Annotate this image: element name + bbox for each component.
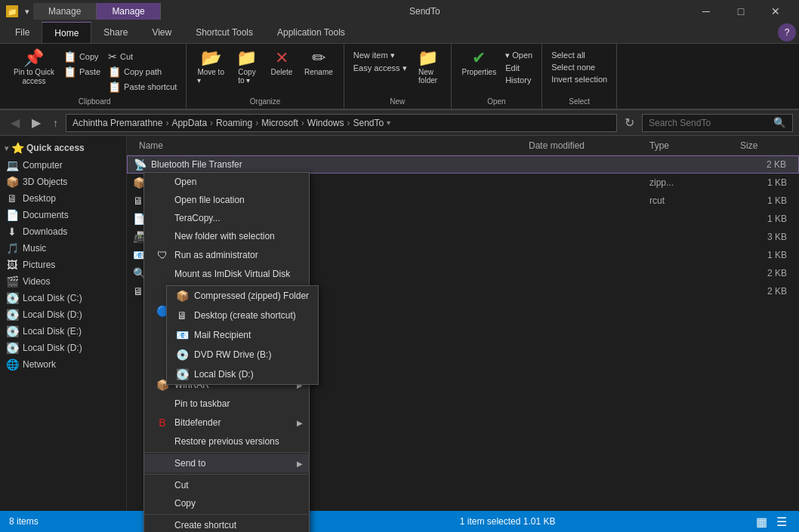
delete-btn[interactable]: ✕ Delete: [265, 47, 298, 79]
ctx-run-as-admin[interactable]: 🛡 Run as administrator: [144, 245, 309, 265]
new-folder-btn[interactable]: 📁 Newfolder: [412, 47, 445, 88]
copy-path-btn[interactable]: 📋 Copy path: [105, 65, 180, 78]
ctx-new-folder-selection[interactable]: New folder with selection: [144, 227, 309, 245]
ctx-bitdefender[interactable]: B Bitdefender: [144, 413, 309, 432]
move-to-label: Move to▾: [197, 68, 224, 85]
table-row[interactable]: 📡 Bluetooth File Transfer 2 KB: [127, 155, 799, 174]
qat-btn-1[interactable]: ▾: [21, 5, 33, 18]
paste-btn[interactable]: 📋 Paste: [60, 65, 103, 78]
sidebar-item-3dobjects[interactable]: 📦 3D Objects: [0, 174, 126, 190]
select-none-btn[interactable]: Select none: [548, 62, 610, 72]
tab-application-tools[interactable]: Application Tools: [265, 22, 357, 43]
tab-share[interactable]: Share: [91, 22, 140, 43]
breadcrumb[interactable]: Achintha Premarathne › AppData › Roaming…: [66, 114, 617, 132]
bc-sendto[interactable]: SendTo: [353, 118, 384, 128]
copy-to-btn[interactable]: 📁 Copyto ▾: [230, 47, 264, 88]
tab-manage-1[interactable]: Manage: [33, 3, 97, 20]
search-submit-btn[interactable]: 🔍: [773, 117, 786, 128]
ctx-open-file-location[interactable]: Open file location: [144, 191, 309, 209]
help-button[interactable]: ?: [778, 23, 796, 42]
tab-manage-2[interactable]: Manage: [97, 3, 160, 20]
properties-label: Properties: [462, 68, 497, 76]
search-input[interactable]: [649, 118, 773, 128]
select-all-btn[interactable]: Select all: [548, 50, 610, 60]
select-group: Select all Select none Invert selection …: [542, 44, 617, 109]
submenu-dvd[interactable]: 💿 DVD RW Drive (B:): [167, 345, 318, 364]
ctx-pin-taskbar-label: Pin to taskbar: [174, 398, 230, 409]
sidebar-item-computer[interactable]: 💻 Computer: [0, 157, 126, 174]
sidebar-item-local-d1[interactable]: 💽 Local Disk (D:): [0, 306, 126, 323]
back-button[interactable]: ◀: [6, 114, 24, 131]
submenu-compressed-label: Compressed (zipped) Folder: [194, 291, 309, 301]
easy-access-btn[interactable]: Easy access ▾: [350, 63, 410, 74]
minimize-button[interactable]: ─: [689, 0, 723, 23]
grid-view-btn[interactable]: ▦: [753, 513, 770, 530]
sidebar-item-network[interactable]: 🌐 Network: [0, 356, 126, 373]
tab-shortcut-tools[interactable]: Shortcut Tools: [184, 22, 265, 43]
sidebar-item-local-d2[interactable]: 💽 Local Disk (D:): [0, 340, 126, 356]
bc-root[interactable]: Achintha Premarathne: [72, 118, 162, 128]
copy-btn[interactable]: 📋 Copy: [60, 50, 103, 63]
col-type-header[interactable]: Type: [649, 140, 740, 151]
sidebar-item-documents[interactable]: 📄 Documents: [0, 207, 126, 223]
edit-btn[interactable]: Edit: [502, 63, 535, 73]
col-name-header[interactable]: Name: [133, 140, 529, 151]
up-button[interactable]: ↑: [48, 115, 63, 131]
sidebar-item-local-c[interactable]: 💽 Local Disk (C:): [0, 290, 126, 306]
ctx-pin-taskbar[interactable]: Pin to taskbar: [144, 395, 309, 413]
close-button[interactable]: ✕: [758, 0, 793, 23]
pin-quick-access-btn[interactable]: 📌 Pin to Quickaccess: [9, 47, 59, 89]
sidebar-item-music[interactable]: 🎵 Music: [0, 240, 126, 257]
sidebar-item-desktop[interactable]: 🖥 Desktop: [0, 190, 126, 207]
ctx-open[interactable]: Open: [144, 173, 309, 191]
sidebar-item-pictures[interactable]: 🖼 Pictures: [0, 257, 126, 273]
col-size-header[interactable]: Size: [740, 140, 793, 151]
ctx-teracopy[interactable]: TeraCopy...: [144, 209, 309, 227]
bc-dropdown-btn[interactable]: ▾: [384, 118, 393, 127]
new-item-btn[interactable]: New item ▾: [350, 50, 410, 61]
rename-btn[interactable]: ✏ Rename: [300, 47, 338, 79]
tab-file[interactable]: File: [3, 22, 42, 43]
move-to-btn[interactable]: 📂 Move to▾: [193, 47, 229, 88]
ctx-cut[interactable]: Cut: [144, 476, 309, 494]
sidebar-item-videos[interactable]: 🎬 Videos: [0, 273, 126, 290]
history-btn[interactable]: History: [502, 75, 535, 85]
bc-windows[interactable]: Windows: [307, 118, 344, 128]
invert-selection-btn[interactable]: Invert selection: [548, 74, 610, 85]
refresh-button[interactable]: ↻: [620, 114, 639, 131]
submenu-compressed[interactable]: 📦 Compressed (zipped) Folder: [167, 286, 318, 306]
title-bar-left: 📁 ▾: [6, 5, 33, 18]
submenu-local-d-label: Local Disk (D:): [194, 369, 254, 380]
col-date-header[interactable]: Date modified: [529, 140, 649, 151]
paste-shortcut-btn[interactable]: 📋 Paste shortcut: [105, 80, 180, 94]
bc-appdata[interactable]: AppData: [171, 118, 207, 128]
sidebar-item-local-c-label: Local Disk (C:): [23, 293, 82, 303]
file-icon: 🖥: [133, 195, 143, 207]
submenu-mail[interactable]: 📧 Mail Recipient: [167, 325, 318, 345]
ctx-teracopy-label: TeraCopy...: [174, 213, 220, 223]
cut-btn[interactable]: ✂ Cut: [105, 50, 180, 63]
bc-roaming[interactable]: Roaming: [216, 118, 252, 128]
ctx-restore-prev[interactable]: Restore previous versions: [144, 432, 309, 451]
ctx-mount-imdisk[interactable]: Mount as ImDisk Virtual Disk: [144, 265, 309, 283]
properties-btn[interactable]: ✔ Properties: [458, 47, 501, 79]
tab-home[interactable]: Home: [42, 22, 91, 43]
sidebar-item-local-e[interactable]: 💽 Local Disk (E:): [0, 323, 126, 340]
submenu-local-d[interactable]: 💽 Local Disk (D:): [167, 364, 318, 384]
sidebar-item-downloads[interactable]: ⬇ Downloads: [0, 223, 126, 240]
ctx-create-shortcut[interactable]: Create shortcut: [144, 516, 309, 532]
forward-button[interactable]: ▶: [27, 114, 45, 131]
ctx-send-to[interactable]: Send to: [144, 454, 309, 472]
bc-microsoft[interactable]: Microsoft: [261, 118, 298, 128]
maximize-button[interactable]: □: [723, 0, 758, 23]
list-view-btn[interactable]: ☰: [773, 513, 790, 530]
submenu-mail-label: Mail Recipient: [194, 330, 251, 340]
ctx-copy[interactable]: Copy: [144, 494, 309, 512]
quick-access-label: Quick access: [26, 143, 85, 153]
quick-access-header[interactable]: ▾ ⭐ Quick access: [0, 139, 126, 157]
search-box: 🔍: [642, 114, 793, 132]
open-btn[interactable]: ▾ Open: [502, 50, 535, 61]
submenu-desktop-shortcut[interactable]: 🖥 Desktop (create shortcut): [167, 306, 318, 325]
sidebar-item-computer-label: Computer: [23, 160, 63, 171]
tab-view[interactable]: View: [140, 22, 184, 43]
